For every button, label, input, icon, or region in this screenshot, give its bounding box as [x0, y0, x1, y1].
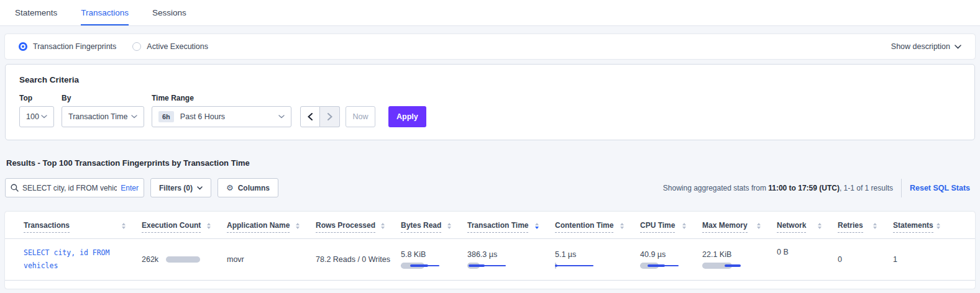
sort-icon[interactable]	[936, 221, 940, 229]
sort-icon[interactable]	[757, 221, 761, 229]
column-header-network[interactable]: Network	[777, 221, 806, 233]
table-header-row: Transactions Execution Count Application…	[5, 218, 975, 239]
search-input[interactable]: SELECT city, id FROM vehicles W Enter	[5, 178, 144, 197]
radio-label: Transaction Fingerprints	[33, 42, 116, 51]
now-button[interactable]: Now	[346, 106, 375, 127]
sort-icon[interactable]	[818, 221, 822, 229]
sort-icon[interactable]	[296, 221, 300, 229]
by-value: Transaction Time	[68, 112, 127, 121]
chevron-down-icon	[955, 45, 961, 49]
column-header-bytes-read[interactable]: Bytes Read	[401, 221, 441, 233]
network-cell: 0 B	[777, 246, 838, 256]
top-value: 100	[26, 112, 39, 121]
bytes-read-cell: 5.8 KiB	[401, 250, 467, 269]
radio-selected-icon	[19, 42, 27, 51]
column-header-contention-time[interactable]: Contention Time	[555, 221, 613, 233]
application-name-cell: movr	[227, 255, 316, 264]
showing-stats-text: Showing aggregated stats from 11:00 to 1…	[663, 184, 893, 192]
chevron-left-icon	[308, 113, 313, 120]
chevron-down-icon	[278, 115, 285, 119]
by-label: By	[62, 94, 144, 102]
max-memory-cell: 22.1 KiB	[702, 250, 777, 269]
column-header-cpu-time[interactable]: CPU Time	[640, 221, 675, 233]
radio-label: Active Executions	[147, 42, 208, 51]
retries-cell: 0	[838, 255, 893, 264]
sort-icon[interactable]	[447, 221, 451, 229]
sort-icon[interactable]	[620, 221, 624, 229]
chevron-down-icon	[41, 115, 47, 119]
radio-active-executions[interactable]: Active Executions	[132, 42, 208, 51]
reset-sql-stats-link[interactable]: Reset SQL Stats	[910, 184, 970, 192]
column-header-max-memory[interactable]: Max Memory	[702, 221, 748, 233]
cpu-time-cell: 40.9 µs	[640, 250, 702, 269]
filters-button[interactable]: Filters (0)	[150, 178, 211, 197]
search-enter-hint: Enter	[121, 184, 139, 192]
execution-count-cell: 262k	[142, 255, 227, 264]
sort-desc-icon[interactable]	[535, 221, 539, 229]
chevron-right-icon	[327, 113, 332, 120]
page-tabs: Statements Transactions Sessions	[0, 0, 980, 26]
transaction-fingerprint-link[interactable]: SELECT city, id FROM vehicles	[24, 246, 126, 272]
results-toolbar: SELECT city, id FROM vehicles W Enter Fi…	[5, 178, 975, 197]
column-header-transaction-time[interactable]: Transaction Time	[467, 221, 528, 233]
column-header-rows-processed[interactable]: Rows Processed	[316, 221, 375, 233]
search-criteria-title: Search Criteria	[19, 75, 961, 84]
contention-time-bar	[555, 263, 593, 269]
chevron-down-icon	[131, 115, 137, 119]
view-toggle-bar: Transaction Fingerprints Active Executio…	[5, 34, 975, 59]
search-criteria-panel: Search Criteria Top 100 By Transaction T…	[5, 64, 975, 140]
search-icon	[11, 184, 19, 192]
sort-icon[interactable]	[122, 221, 126, 229]
rows-processed-cell: 78.2 Reads / 0 Writes	[316, 255, 401, 264]
table-row: SELECT city, id FROM vehicles 262k movr …	[5, 239, 975, 281]
transaction-time-cell: 386.3 µs	[467, 250, 555, 269]
tab-sessions[interactable]: Sessions	[152, 0, 186, 25]
column-header-statements[interactable]: Statements	[893, 221, 933, 233]
cpu-time-bar	[640, 263, 679, 269]
time-range-value: Past 6 Hours	[180, 112, 225, 121]
columns-label: Columns	[238, 184, 270, 192]
transactions-table: Transactions Execution Count Application…	[5, 212, 975, 289]
top-select[interactable]: 100	[19, 106, 54, 127]
column-header-transactions[interactable]: Transactions	[24, 221, 70, 233]
time-range-label: Time Range	[152, 94, 291, 102]
sort-icon[interactable]	[381, 221, 385, 229]
gear-icon: ⚙	[226, 183, 234, 192]
statements-cell: 1	[893, 255, 956, 264]
bytes-read-bar	[401, 263, 439, 269]
column-header-execution-count[interactable]: Execution Count	[142, 221, 201, 233]
show-description-toggle[interactable]: Show description	[891, 42, 961, 51]
by-select[interactable]: Transaction Time	[62, 106, 144, 127]
showing-range: 11:00 to 17:59 (UTC)	[768, 184, 840, 192]
tab-transactions[interactable]: Transactions	[81, 0, 129, 25]
column-header-application-name[interactable]: Application Name	[227, 221, 290, 233]
execution-count-bar	[166, 256, 200, 263]
results-heading: Results - Top 100 Transaction Fingerprin…	[6, 158, 974, 168]
filters-label: Filters (0)	[159, 184, 193, 192]
sort-icon[interactable]	[682, 221, 686, 229]
show-description-label: Show description	[891, 42, 950, 51]
time-range-badge: 6h	[158, 111, 174, 122]
sort-icon[interactable]	[873, 221, 877, 229]
radio-transaction-fingerprints[interactable]: Transaction Fingerprints	[19, 42, 116, 51]
transaction-time-bar	[467, 263, 506, 269]
toolbar-divider	[901, 179, 902, 197]
max-memory-bar	[702, 263, 741, 269]
columns-button[interactable]: ⚙ Columns	[218, 178, 278, 197]
sort-icon[interactable]	[207, 221, 211, 229]
chevron-down-icon	[197, 186, 203, 190]
search-value: SELECT city, id FROM vehicles W	[22, 184, 117, 192]
radio-unselected-icon	[132, 42, 141, 51]
time-prev-button[interactable]	[300, 106, 320, 127]
time-range-select[interactable]: 6h Past 6 Hours	[152, 106, 291, 127]
apply-button[interactable]: Apply	[388, 106, 426, 127]
tab-statements[interactable]: Statements	[15, 0, 57, 25]
time-next-button[interactable]	[320, 106, 340, 127]
column-header-retries[interactable]: Retries	[838, 221, 863, 233]
contention-time-cell: 5.1 µs	[555, 250, 640, 269]
top-label: Top	[19, 94, 54, 102]
